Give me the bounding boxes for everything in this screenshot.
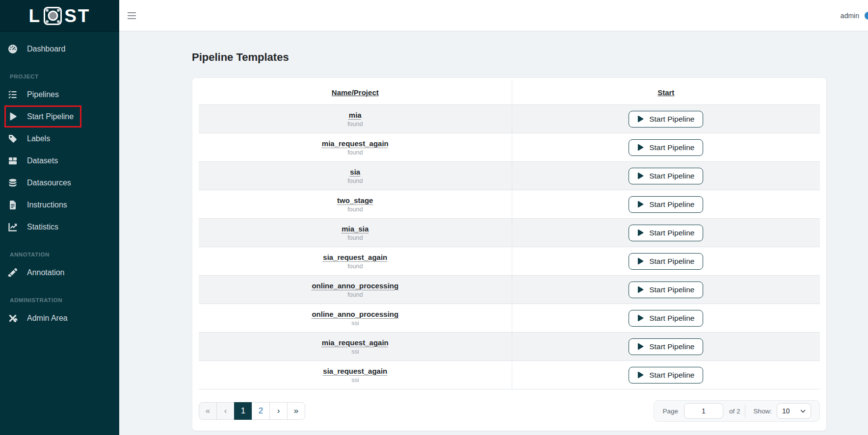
pipeline-name: online_anno_processing — [312, 281, 398, 290]
start-pipeline-button[interactable]: Start Pipeline — [629, 168, 703, 184]
sidebar-item-labels[interactable]: Labels — [0, 128, 119, 150]
start-pipeline-button[interactable]: Start Pipeline — [629, 111, 703, 128]
page-1-button[interactable]: 1 — [234, 402, 252, 420]
sidebar-item-pipelines[interactable]: Pipelines — [0, 83, 119, 105]
page-label: Page — [662, 408, 678, 415]
table-row: online_anno_processing ssi Start Pipelin… — [199, 304, 820, 333]
chart-line-icon — [7, 222, 18, 232]
sidebar-nav: Dashboard PROJECT Pipelines Start Pipeli… — [0, 32, 119, 329]
sidebar-item-label: Instructions — [27, 201, 67, 209]
table-row: online_anno_processing found Start Pipel… — [199, 276, 820, 304]
pipeline-project: ssi — [199, 320, 512, 327]
table-row: two_stage found Start Pipeline — [199, 190, 820, 219]
start-pipeline-button-label: Start Pipeline — [649, 257, 694, 266]
sidebar-item-start-pipeline[interactable]: Start Pipeline — [0, 105, 119, 128]
pipeline-project: found — [199, 263, 512, 270]
brand-logo[interactable]: L ST — [0, 0, 119, 32]
app-root: L ST Dashboard PROJECT Pipelines — [0, 0, 868, 435]
show-label: Show: — [753, 408, 772, 415]
sidebar-item-datasets[interactable]: Datasets — [0, 150, 119, 172]
sidebar-section-project: PROJECT — [0, 74, 119, 79]
play-icon — [637, 115, 644, 123]
sidebar-item-label: Admin Area — [27, 314, 68, 323]
start-pipeline-button-label: Start Pipeline — [649, 172, 694, 180]
start-pipeline-button-label: Start Pipeline — [649, 371, 694, 380]
chevron-down-icon — [800, 409, 806, 413]
sidebar-item-statistics[interactable]: Statistics — [0, 216, 119, 238]
sidebar: L ST Dashboard PROJECT Pipelines — [0, 0, 119, 435]
name-project-cell: sia_request_again found — [199, 247, 512, 276]
sidebar-item-annotation[interactable]: Annotation — [0, 261, 119, 283]
column-header-name-project[interactable]: Name/Project — [199, 80, 512, 105]
start-cell: Start Pipeline — [512, 105, 820, 133]
start-cell: Start Pipeline — [512, 247, 820, 276]
sidebar-item-label: Dashboard — [27, 45, 65, 53]
start-pipeline-button[interactable]: Start Pipeline — [629, 281, 703, 298]
play-icon — [637, 229, 644, 236]
sidebar-item-admin-area[interactable]: Admin Area — [0, 307, 119, 329]
next-page-button[interactable]: › — [269, 402, 288, 420]
start-pipeline-button-label: Start Pipeline — [649, 229, 694, 237]
name-project-cell: online_anno_processing ssi — [199, 304, 512, 333]
pipeline-name: two_stage — [337, 196, 373, 205]
last-page-button[interactable]: » — [287, 402, 305, 420]
sidebar-item-label: Labels — [27, 134, 50, 143]
start-pipeline-button[interactable]: Start Pipeline — [629, 225, 703, 241]
brand-letters-st: ST — [64, 7, 90, 25]
start-pipeline-button[interactable]: Start Pipeline — [629, 253, 703, 270]
play-icon — [637, 257, 644, 265]
pipeline-name: mia_request_again — [322, 338, 389, 347]
start-cell: Start Pipeline — [512, 190, 820, 219]
name-project-cell: mia_request_again found — [199, 133, 512, 162]
start-cell: Start Pipeline — [512, 219, 820, 247]
start-pipeline-button[interactable]: Start Pipeline — [629, 367, 703, 384]
start-pipeline-button[interactable]: Start Pipeline — [629, 338, 703, 355]
name-project-cell: two_stage found — [199, 190, 512, 219]
menu-toggle-icon[interactable] — [128, 12, 137, 20]
start-pipeline-button-label: Start Pipeline — [649, 200, 694, 209]
start-cell: Start Pipeline — [512, 333, 820, 361]
page-number-input[interactable] — [684, 403, 723, 419]
main-content: Pipeline Templates Name/Project Start mi… — [119, 31, 868, 435]
sidebar-item-dashboard[interactable]: Dashboard — [0, 38, 119, 60]
start-pipeline-button[interactable]: Start Pipeline — [629, 310, 703, 327]
start-pipeline-button-label: Start Pipeline — [649, 342, 694, 351]
username[interactable]: admin — [841, 12, 859, 20]
pipeline-project: found — [199, 178, 512, 184]
table-row: sia_request_again ssi Start Pipeline — [199, 361, 820, 389]
tag-icon — [7, 133, 18, 144]
table-row: sia found Start Pipeline — [199, 162, 820, 190]
pipeline-project: found — [199, 149, 512, 156]
sidebar-item-label: Start Pipeline — [27, 112, 74, 121]
box-icon — [7, 155, 18, 166]
sidebar-item-datasources[interactable]: Datasources — [0, 172, 119, 194]
start-pipeline-button[interactable]: Start Pipeline — [629, 139, 703, 156]
start-cell: Start Pipeline — [512, 133, 820, 162]
play-icon — [637, 343, 644, 350]
first-page-button[interactable]: « — [199, 402, 217, 420]
document-icon — [7, 200, 18, 210]
pipeline-project: found — [199, 234, 512, 241]
pipeline-project: found — [199, 291, 512, 298]
page-title: Pipeline Templates — [192, 51, 827, 64]
table-row: sia_request_again found Start Pipeline — [199, 247, 820, 276]
name-project-cell: mia found — [199, 105, 512, 133]
pipeline-project: ssi — [199, 377, 512, 384]
start-cell: Start Pipeline — [512, 162, 820, 190]
play-icon — [7, 111, 18, 122]
avatar[interactable] — [865, 12, 868, 20]
previous-page-button[interactable]: ‹ — [216, 402, 235, 420]
sidebar-item-instructions[interactable]: Instructions — [0, 194, 119, 216]
page-2-button[interactable]: 2 — [252, 402, 270, 420]
start-pipeline-button[interactable]: Start Pipeline — [629, 196, 703, 213]
tools-icon — [7, 313, 18, 324]
pipeline-name: sia_request_again — [323, 367, 387, 375]
play-icon — [637, 201, 644, 208]
start-cell: Start Pipeline — [512, 304, 820, 333]
column-header-start[interactable]: Start — [512, 80, 820, 105]
pipeline-project: found — [199, 206, 512, 213]
pipeline-name: sia — [350, 168, 360, 176]
page-size-select[interactable]: 10 — [777, 403, 811, 419]
start-pipeline-button-label: Start Pipeline — [649, 314, 694, 323]
table-header-row: Name/Project Start — [199, 80, 820, 105]
